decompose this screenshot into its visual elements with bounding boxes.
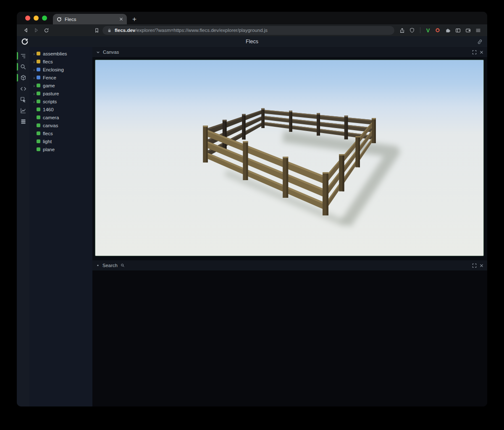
search-icon [121,263,125,267]
tree-item-scripts[interactable]: ›scripts [32,97,92,105]
reload-button[interactable] [41,26,51,35]
app-body: ›assemblies›flecs›Enclosing›Fence›game›p… [17,47,487,406]
tree-item-label: flecs [43,131,53,136]
expand-chevron-icon[interactable]: › [32,92,36,96]
toolbar-separator [420,27,420,33]
window-close-button[interactable] [25,16,30,21]
tree-item-label: canvas [43,123,58,128]
close-icon[interactable] [480,264,483,267]
tab-title: Flecs [65,17,116,22]
app-header: Flecs [17,36,487,47]
tree-item-pasture[interactable]: ›pasture [32,89,92,97]
tree-item-flecs[interactable]: ›flecs [32,58,92,66]
sidebar-icon-chart[interactable] [17,105,29,116]
tree-item-label: light [43,139,52,144]
menu-hamburger-icon[interactable] [473,26,483,35]
browser-window: Flecs + flecs.dev/explorer/?wasm=https:/… [17,12,487,406]
extension-red-icon[interactable] [433,26,443,35]
tree-item-label: pasture [43,91,59,96]
entity-square-icon [37,100,40,103]
prefab-square-icon [37,68,40,71]
main-area: Canvas [92,47,487,406]
tab-close-icon[interactable] [119,17,123,21]
tree-item-light[interactable]: light [32,137,92,145]
tree-item-label: game [43,83,55,88]
tree-item-label: Fence [43,75,56,80]
canvas-panel-header[interactable]: Canvas [92,47,487,57]
bookmark-icon[interactable] [92,26,102,35]
tree-item-flecs[interactable]: flecs [32,129,92,137]
tree-item-label: plane [43,147,55,152]
tree-item-canvas[interactable]: canvas [32,121,92,129]
forward-button[interactable] [31,26,41,35]
tree-item-1460[interactable]: 1460 [32,105,92,113]
entity-square-icon [37,131,40,135]
sidebar-icon-hierarchy[interactable] [17,50,29,61]
flecs-logo [21,38,29,45]
module-square-icon [37,60,40,63]
browser-tab[interactable]: Flecs [53,14,127,24]
url-host: flecs.dev [115,28,135,33]
expand-icon[interactable] [472,263,477,268]
new-tab-button[interactable]: + [132,12,136,23]
chevron-down-icon[interactable] [96,50,100,54]
panel-marker-icon[interactable] [96,264,100,267]
expand-chevron-icon[interactable]: › [32,52,36,56]
tree-item-Enclosing[interactable]: ›Enclosing [32,66,92,73]
close-icon[interactable] [480,50,483,54]
browser-toolbar: flecs.dev/explorer/?wasm=https://www.fle… [17,24,487,36]
tree-item-label: camera [43,115,59,120]
extension-v-icon[interactable]: V [423,27,433,34]
sidebar-toggle-icon[interactable] [453,26,463,35]
lock-icon [107,28,112,33]
address-bar[interactable]: flecs.dev/explorer/?wasm=https://www.fle… [102,26,394,35]
url-path: /explorer/?wasm=https://www.flecs.dev/ex… [135,28,268,33]
canvas-viewport[interactable] [95,60,484,256]
entity-tree: ›assemblies›flecs›Enclosing›Fence›game›p… [29,47,92,406]
tree-item-Fence[interactable]: ›Fence [32,73,92,81]
expand-icon[interactable] [472,50,477,55]
tree-item-game[interactable]: ›game [32,81,92,89]
sidebar-icon-inspect[interactable] [17,94,29,105]
search-panel-content [92,270,487,406]
traffic-lights [20,12,51,24]
app-title: Flecs [246,39,258,45]
canvas-panel-body [92,57,487,260]
tree-item-plane[interactable]: plane [32,145,92,153]
tree-item-label: 1460 [43,107,54,112]
expand-chevron-icon[interactable]: › [32,60,36,64]
search-panel-header[interactable]: Search [92,260,487,270]
sidebar-icon-cube[interactable] [17,72,29,83]
expand-chevron-icon[interactable]: › [32,84,36,88]
window-minimize-button[interactable] [34,16,39,21]
permalink-icon[interactable] [477,39,483,45]
share-icon[interactable] [397,26,407,35]
back-button[interactable] [21,26,31,35]
tree-item-assemblies[interactable]: ›assemblies [32,50,92,58]
entity-square-icon [37,108,40,111]
entity-square-icon [37,139,40,143]
prefab-square-icon [37,76,40,79]
sidebar-icon-search[interactable] [17,61,29,72]
expand-chevron-icon[interactable]: › [32,100,36,104]
brave-shield-icon[interactable] [407,26,417,35]
3d-scene-fence-enclosure[interactable] [95,60,483,256]
extensions-puzzle-icon[interactable] [443,26,453,35]
tab-favicon-flecs-logo [57,17,62,22]
module-square-icon [37,52,40,55]
entity-square-icon [37,115,40,119]
sidebar-icon-rows[interactable] [17,116,29,127]
tree-item-camera[interactable]: camera [32,113,92,121]
entity-square-icon [37,123,40,127]
search-panel-title: Search [102,263,118,268]
sidebar-icon-code[interactable] [17,83,29,94]
tree-item-label: Enclosing [43,67,64,72]
expand-chevron-icon[interactable]: › [32,76,36,80]
expand-chevron-icon[interactable]: › [32,68,36,72]
window-zoom-button[interactable] [42,16,47,21]
icon-strip [17,47,29,406]
wallet-icon[interactable] [463,26,473,35]
entity-square-icon [37,147,40,151]
entity-square-icon [37,92,40,95]
url-text: flecs.dev/explorer/?wasm=https://www.fle… [115,28,268,33]
